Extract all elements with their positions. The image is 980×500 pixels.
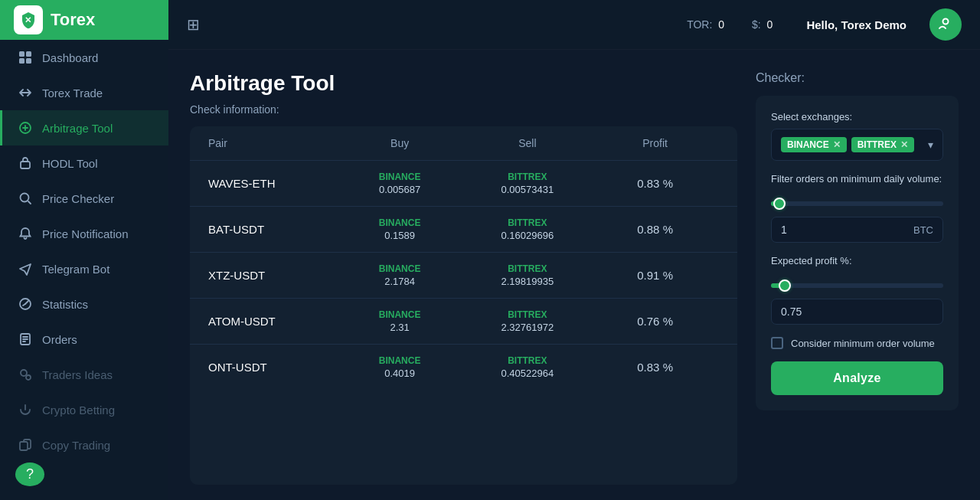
check-info-label: Check information: [190,103,737,116]
buy-cell-1: BINANCE 0.1589 [336,217,464,241]
exchanges-select[interactable]: BINANCE ✕ BITTREX ✕ ▾ [771,129,943,161]
min-order-label: Consider minimum order volume [791,338,935,349]
sidebar-item-orders-label: Orders [42,333,77,346]
sidebar-item-orders[interactable]: Orders [0,322,168,357]
dollar-balance: $: 0 [752,18,773,31]
profit-0: 0.83 % [591,177,719,190]
sidebar-item-torex-trade[interactable]: Torex Trade [0,75,168,110]
avatar[interactable] [929,8,962,41]
table-header: Pair Buy Sell Profit [190,126,737,161]
sell-cell-4: BITTREX 0.40522964 [464,355,592,379]
remove-bittrex-button[interactable]: ✕ [900,139,908,150]
profit-2: 0.91 % [591,269,719,282]
volume-slider-thumb[interactable] [773,198,786,210]
sidebar-nav: Dashboard Torex Trade Arbitrage Tool HOD… [0,40,168,462]
pair-3: ATOM-USDT [208,315,336,328]
volume-unit: BTC [913,224,933,236]
user-greeting: Hello, Torex Demo [806,18,906,31]
svg-point-13 [943,19,949,25]
tor-balance: TOR: 0 [687,18,724,31]
exchanges-section: Select exchanges: BINANCE ✕ BITTREX ✕ ▾ [771,111,943,161]
dashboard-icon [18,50,33,65]
profit-slider-section: Expected profit %: 0.75 [771,255,943,325]
col-pair: Pair [208,137,336,149]
min-order-checkbox-row: Consider minimum order volume [771,337,943,349]
traders-ideas-icon [18,367,33,382]
sidebar-item-copy-trading-label: Copy Trading [42,439,110,452]
sidebar-item-arbitrage-tool[interactable]: Arbitrage Tool [0,110,168,145]
profit-label: Expected profit %: [771,255,943,266]
pair-2: XTZ-USDT [208,269,336,282]
orders-icon [18,332,33,347]
profit-1: 0.88 % [591,223,719,236]
logo-icon: ✕ [14,5,43,34]
sidebar-item-price-checker-label: Price Checker [42,192,114,205]
table-row: WAVES-ETH BINANCE 0.005687 BITTREX 0.005… [190,161,737,207]
pair-1: BAT-USDT [208,223,336,236]
sidebar-item-statistics-label: Statistics [42,298,88,311]
volume-slider-section: Filter orders on minimum daily volume: 1… [771,173,943,243]
sidebar-item-price-notification[interactable]: Price Notification [0,216,168,251]
sidebar-item-price-notification-label: Price Notification [42,227,129,240]
checker-card: Select exchanges: BINANCE ✕ BITTREX ✕ ▾ [756,96,959,410]
volume-value: 1 [781,224,913,236]
remove-binance-button[interactable]: ✕ [833,139,841,150]
volume-slider-track[interactable] [771,201,943,206]
sidebar-item-dashboard-label: Dashboard [42,51,98,64]
sidebar-item-traders-ideas: Traders Ideas [0,357,168,392]
pair-0: WAVES-ETH [208,177,336,190]
grid-icon[interactable]: ⊞ [187,15,200,34]
profit-value: 0.75 [781,306,933,318]
pair-4: ONT-USDT [208,361,336,374]
buy-cell-3: BINANCE 2.31 [336,309,464,333]
svg-text:✕: ✕ [24,15,31,25]
sidebar-item-telegram-bot[interactable]: Telegram Bot [0,251,168,286]
main-content: ⊞ TOR: 0 $: 0 Hello, Torex Demo Arbitrag… [168,0,980,500]
torex-trade-icon [18,85,33,100]
sell-cell-1: BITTREX 0.16029696 [464,217,592,241]
sell-cell-3: BITTREX 2.32761972 [464,309,592,333]
exchange-tag-bittrex: BITTREX ✕ [851,137,914,152]
sidebar-item-hodl-label: HODL Tool [42,157,98,170]
profit-input[interactable]: 0.75 [771,299,943,325]
col-profit: Profit [591,137,719,149]
buy-cell-2: BINANCE 2.1784 [336,263,464,287]
profit-slider-track[interactable] [771,283,943,288]
volume-input[interactable]: 1 BTC [771,217,943,243]
svg-point-10 [21,370,27,376]
profit-4: 0.83 % [591,361,719,374]
sidebar-item-traders-ideas-label: Traders Ideas [42,368,113,381]
sell-cell-0: BITTREX 0.00573431 [464,172,592,195]
svg-point-7 [21,194,29,202]
right-panel: Checker: Select exchanges: BINANCE ✕ BIT… [756,71,959,485]
header: ⊞ TOR: 0 $: 0 Hello, Torex Demo [168,0,980,50]
analyze-button[interactable]: Analyze [771,361,943,395]
svg-point-11 [26,375,31,380]
logo-text: Torex [51,10,95,30]
col-buy: Buy [336,137,464,149]
profit-slider-thumb[interactable] [779,279,791,292]
help-button[interactable]: ? [15,462,44,486]
svg-rect-6 [21,162,30,168]
select-dropdown-arrow[interactable]: ▾ [928,139,933,151]
sidebar-item-telegram-label: Telegram Bot [42,263,109,276]
min-order-checkbox[interactable] [771,337,783,349]
sidebar-item-crypto-betting: Crypto Betting [0,392,168,427]
sidebar-item-statistics[interactable]: Statistics [0,286,168,322]
copy-trading-icon [18,437,33,453]
statistics-icon [18,296,33,312]
buy-cell-4: BINANCE 0.4019 [336,355,464,379]
sidebar-item-hodl-tool[interactable]: HODL Tool [0,145,168,181]
arbitrage-icon [18,120,33,136]
table-row: BAT-USDT BINANCE 0.1589 BITTREX 0.160296… [190,207,737,253]
select-exchanges-label: Select exchanges: [771,111,943,123]
hodl-icon [18,155,33,171]
sidebar-item-price-checker[interactable]: Price Checker [0,181,168,216]
sidebar-item-dashboard[interactable]: Dashboard [0,40,168,75]
table-row: ONT-USDT BINANCE 0.4019 BITTREX 0.405229… [190,345,737,390]
notification-icon [18,226,33,241]
profit-3: 0.76 % [591,315,719,328]
svg-rect-1 [19,51,24,57]
arbitrage-table: Pair Buy Sell Profit WAVES-ETH BINANCE 0… [190,126,737,485]
sidebar-item-crypto-betting-label: Crypto Betting [42,404,115,417]
